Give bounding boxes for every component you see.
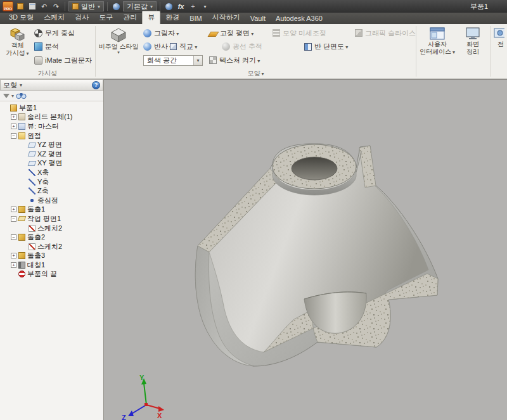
tree-expander[interactable] [11, 262, 16, 268]
filter-funnel-icon[interactable] [3, 94, 10, 98]
clipped-button[interactable]: 전 [494, 26, 504, 79]
tree-item[interactable]: 대칭1 [1, 260, 102, 270]
ribbon-tab[interactable]: 환경 [160, 11, 184, 24]
tree-expander[interactable] [11, 124, 16, 129]
tree-item[interactable]: 솔리드 본체(1) [1, 113, 102, 122]
tree-item[interactable]: 스케치2 [1, 242, 102, 251]
tree-item[interactable]: Y축 [1, 177, 102, 187]
tree-item[interactable]: XY 평면 [1, 159, 102, 169]
ribbon-tab[interactable]: 시작하기 [207, 11, 245, 24]
tree-item-label: XZ 평면 [37, 150, 62, 159]
axis-y-label: Y [139, 374, 144, 381]
titlebar-separator [65, 2, 65, 11]
tree-item[interactable]: XZ 평면 [1, 150, 102, 159]
tree-item[interactable]: 부품의 끝 [1, 270, 102, 279]
shadows-button[interactable]: 그림자 [143, 29, 209, 38]
panel-appearance: 비주얼 스타일 ▾ 그림자 고정 평면 모양 미세조정 [96, 24, 416, 79]
model-3d-cutaway-pipe[interactable]: Y Z X [104, 80, 506, 420]
app-logo-icon[interactable]: PRO [3, 1, 13, 11]
parameters-fx-icon[interactable]: fx [176, 1, 186, 11]
tree-item-icon [18, 132, 25, 139]
tree-item-label: 솔리드 본체(1) [27, 112, 73, 122]
quick-access-chevron-icon[interactable]: ▾ [200, 1, 210, 11]
orthographic-button[interactable]: 직교 [170, 42, 209, 51]
visual-style-button[interactable]: 비주얼 스타일 ▾ [99, 26, 138, 69]
imate-glyph-button[interactable]: iMate 그림문자 [34, 56, 92, 65]
tree-item[interactable]: X축 [1, 168, 102, 177]
tree-item-label: 돌출3 [27, 251, 45, 260]
new-file-icon[interactable] [15, 1, 25, 11]
tree-item[interactable]: Z축 [1, 186, 102, 196]
ribbon-tab[interactable]: 뷰 [142, 11, 160, 24]
add-icon[interactable]: + [188, 1, 198, 11]
tree-item[interactable]: YZ 평면 [1, 140, 102, 150]
redo-icon[interactable]: ↷ [51, 1, 61, 11]
tree-item[interactable]: 중심점 [1, 196, 102, 205]
ribbon-tab[interactable]: 검사 [70, 11, 94, 24]
tree-expander[interactable] [11, 216, 16, 222]
gray-space-select[interactable]: 회색 공간 ▾ [143, 55, 203, 66]
tree-item[interactable]: 돌출1 [1, 205, 102, 215]
ribbon-tab[interactable]: 스케치 [39, 11, 70, 24]
tree-item-icon [29, 169, 35, 176]
appearance-combo[interactable]: 기본값 ▾ [123, 1, 157, 11]
tree-expander[interactable] [11, 207, 16, 212]
appearance-panel-label[interactable]: 모양 [96, 69, 416, 79]
tree-item-icon [18, 113, 25, 120]
ribbon-tab[interactable]: 3D 모형 [4, 11, 39, 24]
analysis-button[interactable]: 분석 [34, 42, 59, 51]
tree-item-icon [18, 252, 25, 259]
tree-item-label: XY 평면 [37, 158, 63, 168]
ribbon: 객체 가시성 무게 중심 분석 [0, 24, 507, 79]
material-icon[interactable] [111, 1, 122, 11]
ground-plane-button[interactable]: 고정 평면 [209, 29, 273, 38]
tree-expander[interactable] [11, 133, 16, 139]
center-of-gravity-button[interactable]: 무게 중심 [34, 29, 75, 38]
tree-item[interactable]: 뷰: 마스터 [1, 122, 102, 131]
tree-item[interactable]: 작업 평면1 [1, 214, 102, 224]
ribbon-tab[interactable]: Autodesk A360 [271, 13, 328, 24]
appearance-ball-icon[interactable] [164, 1, 174, 11]
tree-item-label: Y축 [37, 177, 49, 187]
viewport[interactable]: Y Z X [104, 79, 507, 420]
ribbon-tab[interactable]: Vault [245, 13, 271, 24]
tree-expander[interactable] [11, 253, 16, 258]
ribbon-tab[interactable]: BIM [184, 13, 207, 24]
style-combo[interactable]: 일반 ▾ [68, 1, 104, 11]
help-icon[interactable]: ? [92, 81, 100, 89]
visibility-panel-label[interactable]: 가시성 [0, 69, 95, 79]
user-interface-button[interactable]: 사용자 인터페이스 [420, 26, 455, 79]
tree-item-icon [18, 123, 25, 130]
chevron-down-icon: ▾ [150, 4, 153, 10]
tree-item-icon [29, 197, 35, 204]
save-icon[interactable] [27, 1, 37, 11]
textures-icon [209, 56, 217, 64]
orthographic-icon [170, 43, 177, 50]
clean-screen-button[interactable]: 화면 정리 [459, 26, 487, 79]
chevron-down-icon[interactable]: ▾ [193, 56, 202, 65]
tree-item[interactable]: 원점 [1, 131, 102, 141]
chevron-down-icon[interactable]: ▾ [11, 93, 14, 99]
tree-expander[interactable] [11, 114, 16, 120]
tree-item-icon [28, 151, 37, 156]
browser-header[interactable]: 모형 ▾ ? [0, 79, 103, 91]
object-visibility-icon [10, 27, 25, 41]
ribbon-tab[interactable]: 도구 [94, 11, 118, 24]
ray-tracing-button: 광선 추적 [222, 42, 284, 51]
titlebar-separator [160, 2, 160, 11]
imate-icon [34, 56, 42, 65]
undo-icon[interactable]: ↶ [39, 1, 49, 11]
chevron-down-icon[interactable]: ▾ [20, 82, 22, 88]
tree-item[interactable]: 스케치2 [1, 224, 102, 233]
object-visibility-button[interactable]: 객체 가시성 [3, 26, 32, 69]
half-section-button[interactable]: 반 단면도 [304, 42, 348, 51]
tree-item[interactable]: 돌출2 [1, 232, 102, 242]
tree-expander[interactable] [11, 234, 16, 240]
search-binoculars-icon[interactable] [16, 92, 27, 99]
appearance-fine-tune-button: 모양 미세조정 [273, 29, 347, 38]
tree-item-icon [28, 143, 37, 148]
tree-item[interactable]: 부품1 [1, 103, 102, 113]
ribbon-tab[interactable]: 관리 [118, 11, 142, 24]
textures-on-button[interactable]: 텍스처 켜기 [209, 56, 260, 65]
tree-item[interactable]: 돌출3 [1, 251, 102, 261]
